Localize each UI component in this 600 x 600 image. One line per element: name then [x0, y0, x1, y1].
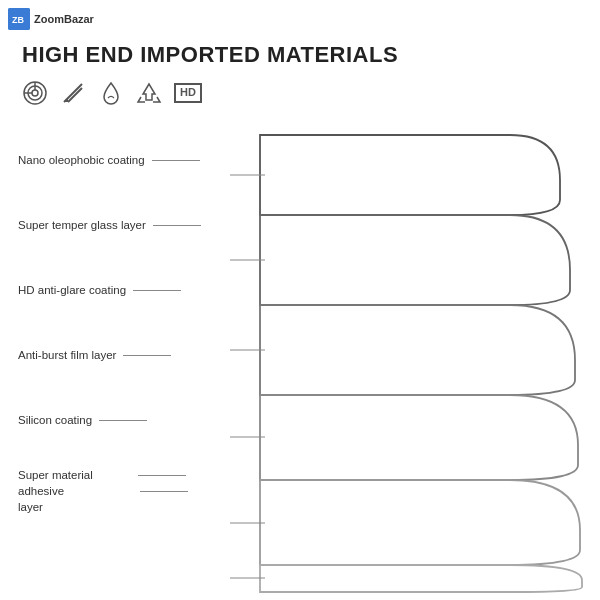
layer-label-4: Anti-burst film layer	[18, 348, 116, 363]
logo-text: ZoomBazar	[34, 13, 94, 25]
svg-text:ZB: ZB	[12, 15, 24, 25]
material-icons-row: HD	[22, 80, 202, 106]
layers-svg	[230, 105, 600, 595]
layer-label-5: Silicon coating	[18, 413, 92, 428]
layers-diagram: Nano oleophobic coating Super temper gla…	[0, 115, 600, 600]
fingerprint-icon	[22, 80, 48, 106]
layer-label-3: HD anti-glare coating	[18, 283, 126, 298]
layer-label-6: Super material adhesivelayer	[18, 467, 133, 515]
layer-label-2: Super temper glass layer	[18, 218, 146, 233]
hd-badge: HD	[174, 83, 202, 102]
svg-point-4	[32, 90, 38, 96]
recycle-icon	[136, 80, 162, 106]
layer-label-1: Nano oleophobic coating	[18, 153, 145, 168]
logo: ZB ZoomBazar	[8, 8, 94, 30]
page-title: HIGH END IMPORTED MATERIALS	[22, 42, 398, 68]
scratch-icon	[60, 80, 86, 106]
main-container: ZB ZoomBazar HIGH END IMPORTED MATERIALS	[0, 0, 600, 600]
water-icon	[98, 80, 124, 106]
logo-icon: ZB	[8, 8, 30, 30]
